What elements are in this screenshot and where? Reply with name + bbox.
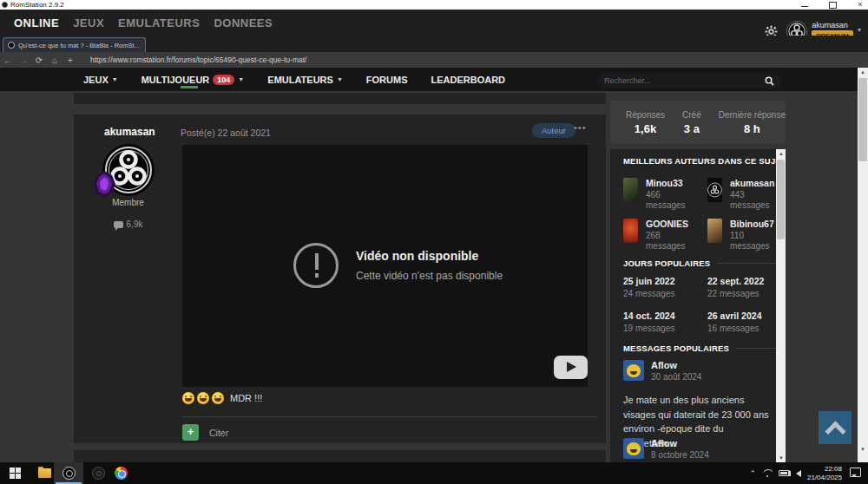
system-tray: ⌃ 22:08 21/04/2025 — [749, 462, 842, 484]
app-menubar: ONLINE JEUX EMULATEURS DONNEES — [0, 10, 868, 36]
search-input[interactable] — [604, 76, 765, 85]
member-rank-badge-icon — [93, 170, 116, 198]
video-embed: Vidéo non disponible Cette vidéo n'est p… — [182, 145, 588, 387]
taskbar: ⌃ 22:08 21/04/2025 — [0, 462, 868, 484]
wifi-icon[interactable] — [762, 469, 773, 477]
nav-jeux[interactable]: JEUX ▼ — [83, 75, 118, 85]
search-icon[interactable] — [765, 76, 774, 86]
popular-day-item[interactable]: 22 sept. 2022 22 messages — [707, 276, 764, 298]
comment-text: MDR !!! — [230, 393, 262, 403]
top-author-item[interactable]: akumasan 443 messages — [707, 178, 774, 210]
popular-day-item[interactable]: 25 juin 2022 24 messages — [623, 276, 675, 298]
tab-favicon — [8, 42, 15, 49]
author-badge: Auteur — [532, 123, 575, 138]
account-username: akumasan — [812, 21, 853, 29]
scroll-down-icon[interactable]: ▼ — [858, 445, 868, 454]
browser-urlbar: ← → ⟳ ⌂ + https://www.romstation.fr/foru… — [0, 52, 868, 68]
youtube-play-button[interactable] — [554, 356, 588, 379]
refresh-icon[interactable]: ⟳ — [31, 56, 47, 65]
menu-jeux[interactable]: JEUX — [73, 16, 104, 29]
video-error-icon — [293, 243, 339, 288]
quote-plus-button[interactable]: + — [182, 424, 199, 441]
maximize-icon[interactable] — [828, 1, 837, 9]
stat-last-reply: Dernière réponse 8 h — [719, 110, 786, 135]
popular-day-item[interactable]: 14 oct. 2024 19 messages — [623, 311, 675, 333]
avatar — [623, 438, 644, 459]
chevron-down-icon: ▼ — [112, 76, 118, 82]
avatar — [707, 219, 722, 243]
post-date: Posté(e) 22 août 2021 — [181, 128, 271, 138]
scrollbar-thumb[interactable] — [777, 160, 785, 239]
close-icon[interactable]: × — [856, 1, 865, 9]
avatar — [707, 178, 722, 202]
top-author-item[interactable]: Bibinou67 110 messages — [707, 219, 774, 251]
browser-tab[interactable]: Qu'est-ce que tu mat ? - BlaBla - RomSt.… — [3, 37, 146, 52]
topic-sidebar: MEILLEURS AUTEURS DANS CE SUJET Minou33 … — [610, 149, 786, 462]
action-center-icon[interactable] — [850, 468, 861, 477]
scroll-down-icon[interactable]: ▼ — [776, 454, 786, 462]
chevron-down-icon: ▼ — [337, 76, 343, 82]
sidebar-scrollbar[interactable]: ▲ ▼ — [776, 149, 786, 462]
stat-replies: Réponses 1,6k — [626, 110, 665, 135]
section-popular-posts-title: MESSAGES POPULAIRES — [623, 343, 776, 353]
taskbar-clock[interactable]: 22:08 21/04/2025 — [807, 465, 842, 482]
top-author-item[interactable]: GOONIES 268 messages — [623, 219, 688, 251]
popular-day-item[interactable]: 26 avril 2024 16 messages — [707, 311, 761, 333]
menu-donnees[interactable]: DONNEES — [214, 16, 273, 29]
speech-bubble-icon — [114, 221, 123, 228]
nav-leaderboard[interactable]: LEADERBOARD — [431, 75, 505, 85]
member-role-label: Membre — [74, 198, 182, 207]
webview: JEUX ▼ MULTIJOUEUR 104 ▼ EMULATEURS ▼ FO… — [0, 68, 868, 462]
post-options-icon[interactable]: ••• — [574, 122, 587, 133]
previous-post-edge — [74, 93, 606, 104]
section-top-authors-title: MEILLEURS AUTEURS DANS CE SUJET — [623, 156, 776, 166]
quote-button-label[interactable]: Citer — [209, 428, 228, 438]
site-navbar: JEUX ▼ MULTIJOUEUR 104 ▼ EMULATEURS ▼ FO… — [0, 68, 858, 91]
search-box[interactable] — [597, 73, 781, 88]
romstation-window: RomStation 2.9.2 × ONLINE JEUX EMULATEUR… — [0, 0, 868, 484]
page-scrollbar[interactable]: ▲ ▼ — [858, 68, 868, 462]
top-author-item[interactable]: Minou33 466 messages — [623, 178, 686, 210]
nav-forums[interactable]: FORUMS — [366, 75, 408, 85]
chevron-down-icon: ▼ — [238, 76, 244, 82]
taskbar-app-icon[interactable] — [87, 462, 109, 484]
nav-active-underline — [181, 86, 198, 88]
post-author-name[interactable]: akumasan — [104, 126, 155, 138]
menu-online[interactable]: ONLINE — [14, 16, 59, 29]
menu-emulateurs[interactable]: EMULATEURS — [118, 16, 200, 29]
speaker-icon[interactable] — [796, 470, 801, 477]
file-explorer-icon[interactable] — [33, 462, 56, 484]
forward-icon[interactable]: → — [16, 56, 31, 65]
member-message-count: 6,9k — [74, 219, 182, 229]
chevron-down-icon: ▾ — [858, 26, 861, 34]
back-icon[interactable]: ← — [0, 56, 16, 65]
window-titlebar: RomStation 2.9.2 × — [0, 0, 868, 10]
topic-stats: Réponses 1,6k Créé 3 a Dernière réponse … — [610, 101, 786, 144]
divider — [182, 416, 597, 417]
tray-chevron-icon[interactable]: ⌃ — [749, 469, 756, 478]
popular-post-item[interactable]: Aflow 30 août 2024 — [623, 360, 701, 382]
nav-emulateurs[interactable]: EMULATEURS ▼ — [267, 75, 343, 85]
home-icon[interactable]: ⌂ — [47, 56, 62, 65]
chrome-icon[interactable] — [109, 462, 132, 484]
nav-multijoueur[interactable]: MULTIJOUEUR 104 ▼ — [141, 75, 245, 85]
romstation-app-icon — [2, 2, 8, 8]
minimize-icon[interactable] — [800, 1, 809, 9]
section-popular-days-title: JOURS POPULAIRES — [623, 258, 776, 268]
forum-post: akumasan Posté(e) 22 août 2021 Auteur ••… — [74, 114, 606, 443]
avatar — [623, 360, 644, 381]
joy-emoji-icon — [212, 392, 224, 404]
window-title: RomStation 2.9.2 — [10, 0, 64, 10]
url-field[interactable]: https://www.romstation.fr/forums/topic/6… — [90, 56, 306, 64]
new-tab-icon[interactable]: + — [62, 56, 78, 65]
post-comment: MDR !!! — [182, 392, 262, 404]
next-post-edge — [74, 450, 606, 462]
start-button[interactable] — [3, 462, 26, 484]
scrollbar-thumb[interactable] — [858, 78, 867, 161]
scroll-up-icon[interactable]: ▲ — [858, 68, 868, 76]
taskbar-romstation-active[interactable] — [54, 462, 83, 484]
popular-post-item[interactable]: Aflow 8 octobre 2024 — [623, 438, 709, 460]
scroll-to-top-button[interactable] — [819, 411, 852, 444]
clock-date: 21/04/2025 — [807, 474, 842, 482]
scroll-up-icon[interactable]: ▲ — [776, 149, 786, 158]
